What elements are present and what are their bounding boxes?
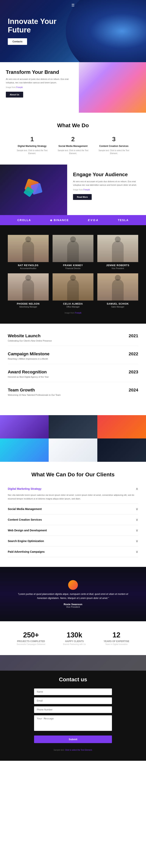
engage-img-credit: Image from Freepik [73,188,140,191]
form-phone-field [34,706,112,713]
accordion-header-1[interactable]: Digital Marketing Strategy ∧ [8,487,138,491]
accordion-header-3[interactable]: Content Creation Services ∨ [8,518,138,522]
contact-submit-button[interactable]: Submit [34,736,112,743]
team-section: NAT REYNOLDS Accountant/Auditor FRANK KI… [0,225,146,324]
timeline-title-1: Website Launch [8,333,138,338]
team-photo-2 [53,235,93,262]
service-desc-3: Sample text. Click to select the Text El… [96,149,131,155]
contact-form: Submit [34,688,112,743]
accordion-chevron-down-icon-2: ∨ [136,507,138,511]
person-silhouette-3 [112,241,124,262]
team-grid: NAT REYNOLDS Accountant/Auditor FRANK KI… [8,235,138,308]
accordion-header-2[interactable]: Social Media Management ∨ [8,507,138,511]
gallery-item-3 [97,415,146,438]
service-number-3: 3 [96,135,131,143]
gallery-section [0,415,146,462]
accordion-title-5: Search Engine Optimization [8,539,44,542]
person-silhouette-5 [67,279,79,301]
team-member-5: CELIA ALMEDA Office Manager [53,273,93,308]
transform-img-credit-link[interactable]: Freepik [16,86,23,88]
accordion-item-1: Digital Marketing Strategy ∧ Nec vita ta… [8,484,138,504]
gallery-item-5 [49,438,97,462]
team-name-5: CELIA ALMEDA [53,303,93,305]
stats-section: 250+ PROJECTS COMPLETED Successful Campa… [0,621,146,655]
service-item-3: 3 Content Creation Services Sample text.… [96,135,131,155]
service-title-1: Digital Marketing Strategy [15,145,50,148]
testimonial-content: "Lorem puritas et quod plaerundum dignit… [15,580,131,608]
accordion-title-1: Digital Marketing Strategy [8,487,42,490]
team-img-credit-link[interactable]: Freepik [75,312,81,314]
team-name-3: JENNIE ROBERTS [97,264,138,267]
gallery-item-4 [0,438,49,462]
team-member-2: FRANK KINNEY Financial Director [53,235,93,270]
engage-img-credit-link[interactable]: Freepik [83,189,90,191]
hero-section: ☰ Innovate Your Future Contacts [0,0,146,62]
testimonial-avatar [68,580,78,590]
team-role-6: Sales Manager [97,306,138,308]
contact-footer-link[interactable]: Click to select the Text Element. [65,749,93,751]
person-silhouette-2 [67,241,79,262]
team-name-4: PHOEBE NELSON [8,303,49,305]
service-item-1: 1 Digital Marketing Strategy Sample text… [15,135,50,155]
team-name-1: NAT REYNOLDS [8,264,49,267]
service-title-3: Content Creation Services [96,145,131,148]
form-name-field [34,688,112,695]
transform-title: Transform Your Brand [6,69,73,75]
accordion-header-4[interactable]: Web Design and Development ∨ [8,528,138,532]
accordion-header-6[interactable]: Paid Advertising Campaigns ∨ [8,550,138,554]
engage-visual [0,164,67,215]
team-role-1: Accountant/Auditor [8,267,49,270]
contact-title: Contact us [8,677,138,683]
engage-right: Engage Your Audience At vero eos et accu… [67,164,146,215]
accordion-title-6: Paid Advertising Campaigns [8,550,45,553]
stat-item-3: 12 YEARS OF EXPERTISE Years in Digital I… [103,631,129,645]
brands-bar: CROLLA ◈ BINANCE EVGA TESLA [0,215,146,225]
timeline-year-2: 2022 [129,351,138,356]
accordion-header-5[interactable]: Search Engine Optimization ∨ [8,539,138,543]
hero-title: Innovate Your Future [8,17,70,34]
timeline-year-3: 2023 [129,370,138,375]
contact-bg-deco [0,655,146,671]
engage-read-more-button[interactable]: Read More [73,194,92,200]
team-member-4: PHOEBE NELSON Advertising Manager [8,273,49,308]
form-message-field [34,715,112,732]
hamburger-icon[interactable]: ☰ [71,3,75,7]
timeline-desc-3: Honored as Best Digital Agency of the Ye… [8,376,138,378]
team-member-1: NAT REYNOLDS Accountant/Auditor [8,235,49,270]
contact-section: Contact us Submit Sample text. Click to … [0,655,146,761]
hero-content: Innovate Your Future Contacts [8,17,70,45]
testimonial-role: Vice President [15,606,131,608]
message-textarea[interactable] [34,715,112,731]
transform-about-button[interactable]: About Us [6,92,23,97]
timeline-item-2: 2022 Campaign Milestone Reaching 1 Milli… [8,351,138,364]
name-input[interactable] [34,688,112,695]
timeline-title-4: Team Growth [8,388,138,393]
timeline-year-4: 2024 [129,388,138,393]
person-silhouette-4 [22,279,34,301]
team-member-6: SAMUEL SCHIOK Sales Manager [97,273,138,308]
timeline-title-3: Award Recognition [8,370,138,375]
stat-item-1: 250+ PROJECTS COMPLETED Successful Campa… [17,631,45,645]
service-number-2: 2 [55,135,91,143]
timeline-item-4: 2024 Team Growth Welcoming 10 New Talent… [8,388,138,400]
hero-cta-button[interactable]: Contacts [8,38,27,45]
team-role-2: Financial Director [53,267,93,270]
accordion-section-title: What We Can Do for Our Clients [8,471,138,478]
team-photo-5 [53,273,93,301]
team-photo-4 [8,273,49,301]
email-input[interactable] [34,698,112,704]
accordion-section: What We Can Do for Our Clients Digital M… [0,462,146,567]
service-title-2: Social Media Management [55,145,91,148]
what-we-do-title: What We Do [8,122,138,129]
brand-tesla: TESLA [118,219,129,222]
accordion-content-1: Nec vita talemdis lorem ipsum salectus v… [8,493,138,500]
team-name-6: SAMUEL SCHIOK [97,303,138,305]
team-role-4: Advertising Manager [8,306,49,308]
service-desc-1: Sample text. Click to select the Text El… [15,149,50,155]
timeline-item-3: 2023 Award Recognition Honored as Best D… [8,370,138,382]
engage-title: Engage Your Audience [73,172,140,178]
stat-label-3: YEARS OF EXPERTISE [103,640,129,643]
team-name-2: FRANK KINNEY [53,264,93,267]
phone-input[interactable] [34,706,112,713]
stats-grid: 250+ PROJECTS COMPLETED Successful Campa… [8,631,138,645]
